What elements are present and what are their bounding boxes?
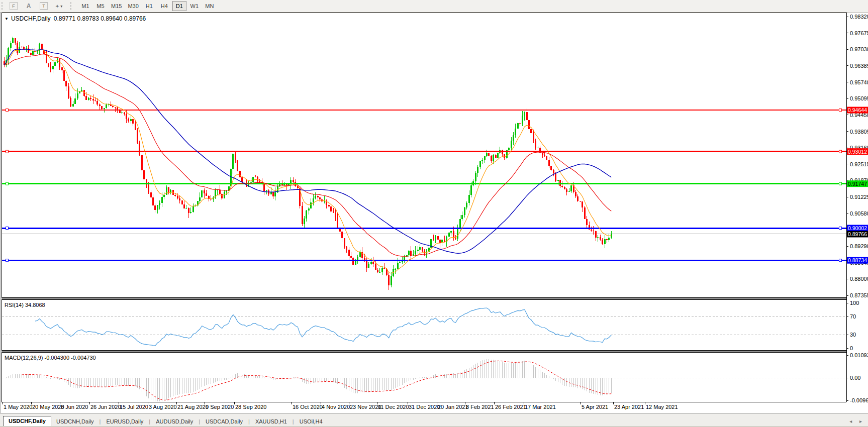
timeframe-button-d1[interactable]: D1 xyxy=(172,1,186,11)
svg-text:16 Oct 2020: 16 Oct 2020 xyxy=(293,404,323,410)
text-label-icon[interactable]: T xyxy=(37,1,51,11)
svg-text:0.97675: 0.97675 xyxy=(850,30,868,36)
tab-scroll: ◂ ▸ xyxy=(846,418,865,424)
symbol-dropdown-icon[interactable]: ▼ xyxy=(5,17,9,21)
rsi-label: RSI(14) 34.8068 xyxy=(5,302,45,308)
timeframe-button-h1[interactable]: H1 xyxy=(142,1,156,11)
timeframe-button-m5[interactable]: M5 xyxy=(93,1,108,11)
svg-text:9 Sep 2020: 9 Sep 2020 xyxy=(206,404,234,410)
chart-title[interactable]: ▼USDCHF,Daily 0.89771 0.89783 0.89640 0.… xyxy=(5,15,146,22)
svg-text:0.89290: 0.89290 xyxy=(850,243,868,249)
tab-usdchf-daily[interactable]: USDCHF,Daily xyxy=(3,416,51,426)
toolbar-grip2-icon[interactable] xyxy=(70,2,73,10)
fibonacci-grid-icon[interactable]: F xyxy=(7,1,21,11)
svg-text:4 Nov 2020: 4 Nov 2020 xyxy=(322,404,350,410)
svg-text:0.90580: 0.90580 xyxy=(850,210,868,217)
svg-text:0.00: 0.00 xyxy=(850,375,860,381)
symbol-tabs: USDCHF,DailyUSDCNH,Daily|EURUSD,Daily|AU… xyxy=(0,416,328,426)
tab-scroll-left-icon[interactable]: ◂ xyxy=(846,418,855,424)
symbol-tabbar: USDCHF,DailyUSDCNH,Daily|EURUSD,Daily|AU… xyxy=(0,413,868,426)
svg-text:17 Mar 2021: 17 Mar 2021 xyxy=(525,404,556,410)
toolbar-grip-icon[interactable] xyxy=(2,2,4,10)
svg-text:0.94644: 0.94644 xyxy=(848,107,867,113)
svg-text:0.95095: 0.95095 xyxy=(850,95,868,101)
svg-text:26 Feb 2021: 26 Feb 2021 xyxy=(495,404,526,410)
svg-text:0.90002: 0.90002 xyxy=(848,225,867,231)
svg-text:0.89766: 0.89766 xyxy=(848,231,867,237)
svg-text:0.93012: 0.93012 xyxy=(848,149,867,155)
timeframe-button-h4[interactable]: H4 xyxy=(157,1,171,11)
svg-text:15 Jul 2020: 15 Jul 2020 xyxy=(120,404,148,410)
svg-text:0.87355: 0.87355 xyxy=(850,292,868,298)
svg-text:3 Aug 2020: 3 Aug 2020 xyxy=(149,404,177,410)
svg-text:23 Nov 2020: 23 Nov 2020 xyxy=(350,404,381,410)
macd-label: MACD(12,26,9) -0.004300 -0.004730 xyxy=(5,355,96,361)
svg-text:0.92515: 0.92515 xyxy=(850,161,868,167)
svg-text:0.88734: 0.88734 xyxy=(848,257,867,263)
svg-text:0.88000: 0.88000 xyxy=(850,276,868,282)
svg-text:21 Aug 2020: 21 Aug 2020 xyxy=(177,404,209,410)
svg-text:0.010933: 0.010933 xyxy=(850,352,868,358)
svg-text:100: 100 xyxy=(850,300,859,306)
chart-canvas[interactable]: 0.983200.976750.970300.963850.957400.950… xyxy=(0,0,868,413)
timeframe-button-m1[interactable]: M1 xyxy=(78,1,92,11)
svg-text:5 Apr 2021: 5 Apr 2021 xyxy=(582,404,608,410)
tab-usdcad-daily[interactable]: USDCAD,Daily xyxy=(201,417,248,426)
svg-text:70: 70 xyxy=(850,313,856,319)
font-a-icon[interactable]: A xyxy=(22,1,36,11)
svg-text:20 Jan 2021: 20 Jan 2021 xyxy=(438,404,468,410)
svg-text:0.96385: 0.96385 xyxy=(850,63,868,69)
timeframe-button-m30[interactable]: M30 xyxy=(125,1,141,11)
svg-text:23 Apr 2021: 23 Apr 2021 xyxy=(614,404,644,410)
tab-usdcnh-daily[interactable]: USDCNH,Daily xyxy=(51,417,99,426)
dropdown-caret-icon: ▾ xyxy=(60,4,62,9)
timeframe-button-mn[interactable]: MN xyxy=(203,1,217,11)
svg-text:0.91747: 0.91747 xyxy=(848,181,867,187)
fibonacci-grid-glyph: F xyxy=(10,3,18,10)
svg-text:0.91225: 0.91225 xyxy=(850,194,868,200)
tab-audusd-daily[interactable]: AUDUSD,Daily xyxy=(151,417,198,426)
timeframe-button-m15[interactable]: M15 xyxy=(109,1,124,11)
timeframe-button-w1[interactable]: W1 xyxy=(187,1,202,11)
svg-text:1 May 2020: 1 May 2020 xyxy=(4,404,32,410)
svg-text:31 Dec 2020: 31 Dec 2020 xyxy=(409,404,440,410)
svg-text:12 May 2021: 12 May 2021 xyxy=(646,404,678,410)
svg-text:30: 30 xyxy=(850,332,856,338)
tab-eurusd-daily[interactable]: EURUSD,Daily xyxy=(101,417,148,426)
tab-scroll-right-icon[interactable]: ▸ xyxy=(856,418,865,424)
tab-usoil-h4[interactable]: USOil,H4 xyxy=(295,417,328,426)
arrow-style-icon[interactable]: ✦▾ xyxy=(52,1,66,11)
mt4-window: 0.983200.976750.970300.963850.957400.950… xyxy=(0,0,868,427)
svg-text:8 Feb 2021: 8 Feb 2021 xyxy=(466,404,494,410)
svg-text:0.97030: 0.97030 xyxy=(850,46,868,52)
svg-text:28 Sep 2020: 28 Sep 2020 xyxy=(235,404,266,410)
symbol-label: USDCHF,Daily xyxy=(11,15,51,22)
main-toolbar: F A T ✦▾ M1M5M15M30H1H4D1W1MN xyxy=(0,0,868,13)
svg-text:20 May 2020: 20 May 2020 xyxy=(32,404,64,410)
tab-xauusd-h1[interactable]: XAUUSD,H1 xyxy=(250,417,292,426)
svg-text:8 Jun 2020: 8 Jun 2020 xyxy=(61,404,88,410)
svg-text:0.95740: 0.95740 xyxy=(850,79,868,85)
timeframe-buttons: M1M5M15M30H1H4D1W1MN xyxy=(78,1,217,11)
svg-text:-0.009653: -0.009653 xyxy=(850,397,868,403)
svg-text:11 Dec 2020: 11 Dec 2020 xyxy=(378,404,409,410)
svg-text:0.93805: 0.93805 xyxy=(850,129,868,135)
svg-text:0: 0 xyxy=(850,345,853,351)
ohlc-values: 0.89771 0.89783 0.89640 0.89766 xyxy=(54,15,146,22)
svg-text:0.98320: 0.98320 xyxy=(850,14,868,20)
svg-text:26 Jun 2020: 26 Jun 2020 xyxy=(90,404,121,410)
